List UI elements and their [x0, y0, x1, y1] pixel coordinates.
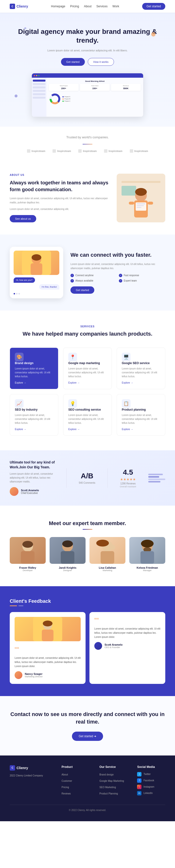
connect-phone: Hi, how are you? I'm fine, thanks!: [10, 247, 63, 298]
about-headline: Always work together in teams and always…: [10, 179, 109, 193]
feedback-text-1: Lorem ipsum dolor sit amet, consectetur …: [94, 627, 161, 639]
service-desc-2: Lorem ipsum dolor sit amet, consectetur …: [122, 367, 160, 378]
team-card-1: Jandi Knights Designer: [49, 537, 85, 571]
about-section: ABOUT US Always work together in teams a…: [0, 161, 175, 235]
feedback-card-1: ““ Lorem ipsum dolor sit amet, consectet…: [90, 612, 165, 684]
hero-subtext: Lorem ipsum dolor sit amet, consectetur …: [46, 49, 129, 53]
wave-4: [148, 481, 161, 483]
team-role-1: Designer: [49, 569, 85, 571]
service-link-5[interactable]: Explore →: [122, 428, 160, 431]
connect-text: We can connect with you faster. Lorem ip…: [70, 252, 165, 294]
service-icon-3: 📈: [15, 399, 24, 408]
feedback-image-0: [14, 617, 81, 641]
service-link-4[interactable]: Explore →: [68, 428, 107, 431]
mockup-topbar: [32, 73, 143, 78]
legend-item-2: Project B: [63, 98, 70, 100]
connect-image-area: [13, 251, 59, 275]
wave-2: [148, 476, 159, 477]
cta-button[interactable]: Get started ➜: [72, 732, 103, 741]
nav-cta-button[interactable]: Get started: [142, 3, 165, 10]
footer-services-col: Our Service Brand design Google Map Mark…: [99, 765, 128, 797]
connect-cta-button[interactable]: Get started: [70, 286, 94, 294]
team-section: Meet our expert team member. Fraser Ridl…: [0, 505, 175, 586]
social-twitter[interactable]: t Twitter: [137, 772, 165, 776]
stats-author-info: Scott Aramelo Chief Executive: [21, 489, 39, 494]
social-facebook[interactable]: f Facebook: [137, 778, 165, 783]
feedback-section: Client's Feedback ““ Lorem ipsum dolor s…: [0, 586, 175, 696]
stats-ab-block: A/B 540 Comments: [74, 472, 100, 484]
team-grid: Fraser Ridley Developer Jandi Knights De…: [10, 537, 165, 571]
svg-point-31: [141, 540, 153, 548]
services-headline: We have helped many companies launch pro…: [10, 330, 165, 338]
service-card-0: 🎨 Brand design Lorem ipsum dolor sit ame…: [10, 347, 58, 389]
instagram-icon: i: [137, 785, 141, 789]
service-desc-3: Lorem ipsum dolor sit amet, consectetur …: [15, 413, 53, 425]
service-link-3[interactable]: Explore →: [15, 428, 53, 431]
nav-pricing[interactable]: Pricing: [70, 5, 79, 8]
footer-logo-text: Clienry: [16, 766, 28, 770]
mockup-card-1: Total Project 200+: [49, 84, 78, 91]
nav-work[interactable]: Work: [112, 5, 119, 8]
divider-orange: [10, 606, 17, 606]
nav-about[interactable]: About: [84, 5, 92, 8]
donut-chart: [49, 93, 61, 105]
logo-icon: C: [10, 4, 15, 9]
footer-service-link-3: Product Planning: [99, 791, 128, 796]
feedback-quote-0: ““: [14, 646, 81, 653]
svg-point-29: [110, 545, 115, 550]
svg-rect-6: [121, 186, 136, 195]
connect-dots: [13, 293, 59, 294]
hero-cta-outline[interactable]: How it works: [88, 58, 114, 66]
footer-top: C Clienry 2022 Clienry Limited Company P…: [10, 765, 165, 797]
team-name-2: Lisa Callahan: [90, 566, 126, 569]
stats-rating-sub: 1290 Reviews: [120, 482, 136, 485]
feedback-author-1: Scott Aramelo CEO & Founder: [94, 642, 161, 650]
service-link-0[interactable]: Explore →: [15, 381, 53, 384]
feedback-avatar-0: [14, 671, 22, 679]
svg-rect-10: [129, 202, 134, 205]
mockup-card-3: Revenue $50K: [111, 84, 141, 91]
stats-avatar: [10, 487, 19, 496]
about-cta-button[interactable]: See about us: [10, 215, 36, 222]
trusted-title: Trusted by world's companies.: [10, 135, 165, 139]
stats-rating-num: 4.5: [120, 468, 136, 476]
footer-product-col: Product About Customer Pricing Reviews: [62, 765, 90, 797]
service-desc-1: Lorem ipsum dolor sit amet, consectetur …: [68, 367, 107, 378]
team-name-3: Kelsea Friedman: [129, 566, 165, 569]
dot-1: [13, 293, 15, 294]
about-label: ABOUT US: [10, 174, 109, 176]
mockup-greeting: Good Morning Alfred: [49, 80, 141, 82]
logo[interactable]: C Clienry: [10, 4, 28, 9]
social-instagram[interactable]: i Instagram: [137, 785, 165, 789]
logo-text: Clienry: [16, 4, 28, 8]
footer-logo: C Clienry: [10, 765, 52, 771]
team-card-3: Kelsea Friedman Manager: [129, 537, 165, 571]
twitter-icon: t: [137, 772, 141, 776]
logo-icon-2: [53, 149, 56, 153]
service-icon-5: 📋: [122, 399, 131, 408]
stats-text: Ultimate tool for any kind of Work.Join …: [10, 460, 59, 496]
nav-homepage[interactable]: Homepage: [51, 5, 65, 8]
social-linkedin[interactable]: in LinkedIn: [137, 791, 165, 796]
service-title-3: SEO by industry: [15, 408, 53, 411]
stats-ab-sub: 540 Comments: [79, 482, 95, 484]
logo-icon-5: [130, 149, 133, 153]
svg-rect-14: [137, 205, 144, 206]
service-title-2: Google SEO service: [122, 362, 160, 365]
service-link-2[interactable]: Explore →: [122, 381, 160, 384]
nav-links: Homepage Pricing About Services Work: [51, 5, 119, 8]
hero-cta-primary[interactable]: Get started: [61, 58, 85, 66]
stats-author: Scott Aramelo Chief Executive: [10, 487, 59, 496]
stats-ab-label: A/B: [79, 472, 95, 480]
svg-point-8: [135, 188, 147, 196]
feedback-name-1: Scott Aramelo: [105, 643, 123, 646]
footer-services-links: Brand design Google Map Marketing SEO Ma…: [99, 772, 128, 796]
stats-author-name: Scott Aramelo: [21, 489, 39, 492]
nav-services[interactable]: Services: [97, 5, 108, 8]
service-card-5: 📋 Product planning Lorem ipsum dolor sit…: [117, 394, 165, 436]
trusted-logo-2: Inspiroteam: [53, 149, 71, 153]
svg-rect-37: [42, 629, 54, 641]
service-link-1[interactable]: Explore →: [68, 381, 107, 384]
check-icon-4: ✓: [119, 279, 122, 282]
svg-rect-25: [61, 551, 74, 564]
